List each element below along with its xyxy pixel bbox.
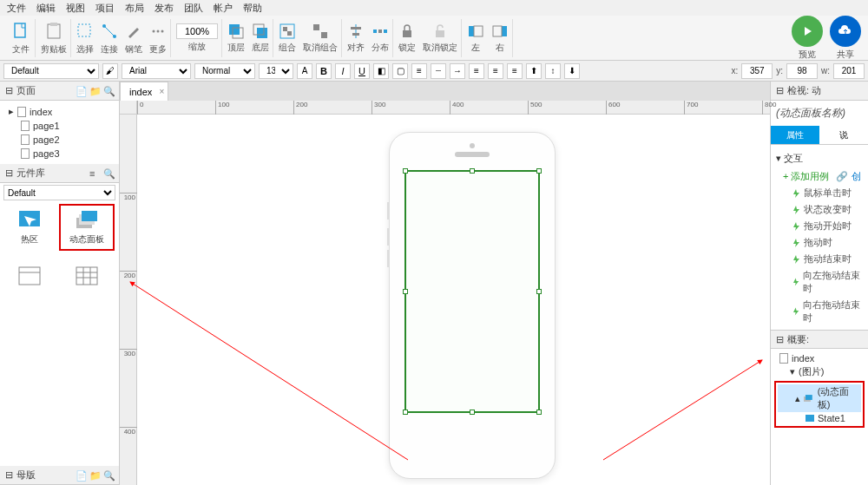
- event-drag-start[interactable]: 拖动开始时: [776, 218, 863, 234]
- valign-mid-btn[interactable]: ↕: [545, 63, 561, 79]
- outline-root[interactable]: index: [773, 352, 866, 364]
- tool-ungroup-btn[interactable]: 取消组合: [303, 23, 338, 54]
- widget-item[interactable]: [2, 252, 57, 299]
- tool-more[interactable]: 更多: [149, 21, 167, 56]
- line-style-btn[interactable]: ┄: [431, 63, 446, 79]
- resize-handle-e[interactable]: [536, 289, 542, 294]
- tool-unlock[interactable]: 取消锁定: [423, 23, 457, 54]
- tool-align[interactable]: 对齐: [347, 23, 365, 54]
- add-case-link[interactable]: + 添加用例: [783, 170, 829, 183]
- dynamic-panel-selection[interactable]: [404, 170, 540, 413]
- menu-account[interactable]: 帐户: [208, 0, 238, 16]
- event-drag[interactable]: 拖动时: [776, 234, 863, 251]
- x-input[interactable]: [741, 63, 773, 79]
- tool-file[interactable]: 文件: [10, 21, 31, 56]
- menu-project[interactable]: 项目: [90, 0, 120, 16]
- tool-share[interactable]: 共享: [830, 16, 861, 61]
- menu-edit[interactable]: 编辑: [31, 0, 61, 16]
- resize-handle-ne[interactable]: [536, 168, 542, 174]
- align-right-btn[interactable]: ≡: [507, 63, 523, 79]
- font-weight-select[interactable]: Normal: [194, 63, 255, 79]
- zoom-input[interactable]: [176, 23, 218, 39]
- resize-handle-se[interactable]: [536, 410, 542, 415]
- event-click[interactable]: 鼠标单击时: [776, 185, 863, 201]
- resize-handle-s[interactable]: [470, 410, 475, 415]
- resize-handle-sw[interactable]: [403, 410, 408, 415]
- widget-dynamic-panel[interactable]: 动态面板: [59, 204, 115, 251]
- master-search-icon[interactable]: 🔍: [103, 470, 114, 481]
- font-size-select[interactable]: 13: [259, 63, 293, 79]
- bold-btn[interactable]: B: [316, 63, 332, 79]
- tool-zoom[interactable]: 缩放: [176, 23, 218, 53]
- font-family-select[interactable]: Arial: [122, 63, 191, 79]
- y-input[interactable]: [786, 63, 818, 79]
- page-item-index[interactable]: ▸index: [2, 104, 117, 119]
- create-link[interactable]: 🔗 创: [836, 170, 860, 183]
- tool-pane-left[interactable]: 左: [467, 23, 484, 54]
- event-drag-end[interactable]: 拖动结束时: [776, 251, 863, 267]
- tool-preview[interactable]: 预览: [792, 16, 823, 61]
- widget-hotspot[interactable]: 热区: [2, 204, 57, 251]
- border-btn[interactable]: ▢: [392, 63, 408, 79]
- widget-item[interactable]: [59, 252, 115, 299]
- close-icon[interactable]: ×: [159, 87, 164, 96]
- master-folder-icon[interactable]: 📁: [89, 470, 100, 481]
- resize-handle-w[interactable]: [403, 289, 408, 294]
- svg-rect-12: [257, 28, 267, 38]
- tool-pen[interactable]: 钢笔: [125, 21, 142, 56]
- outline-image[interactable]: ▾(图片): [773, 364, 866, 379]
- arrow-btn[interactable]: →: [450, 63, 465, 79]
- line-width-btn[interactable]: ≡: [411, 63, 427, 79]
- tool-select[interactable]: 选择: [76, 21, 94, 56]
- menu-publish[interactable]: 发布: [149, 0, 179, 16]
- ruler-horizontal[interactable]: 0 100 200 300 400 500 600 700 800: [137, 101, 770, 115]
- outline-dynamic-panel[interactable]: ▴ (动态面板): [778, 384, 861, 412]
- page-item-page3[interactable]: page3: [2, 147, 117, 161]
- page-item-page2[interactable]: page2: [2, 133, 117, 147]
- widget-library-select[interactable]: Default: [3, 185, 115, 200]
- add-folder-icon[interactable]: 📁: [89, 86, 100, 96]
- underline-btn[interactable]: U: [354, 63, 370, 79]
- canvas[interactable]: [137, 115, 770, 485]
- menu-file[interactable]: 文件: [2, 0, 31, 16]
- tool-group-btn[interactable]: 组合: [279, 23, 296, 54]
- tool-pane-right[interactable]: 右: [491, 23, 509, 54]
- style-paint-icon[interactable]: 🖌: [102, 63, 118, 79]
- w-input[interactable]: [833, 63, 865, 79]
- tab-properties[interactable]: 属性: [771, 126, 819, 145]
- tool-back[interactable]: 底层: [252, 23, 269, 54]
- event-swipe-right-end[interactable]: 向右拖动结束时: [776, 297, 863, 326]
- menu-layout[interactable]: 布局: [120, 0, 149, 16]
- menu-view[interactable]: 视图: [61, 0, 90, 16]
- event-swipe-left-end[interactable]: 向左拖动结束时: [776, 267, 863, 297]
- add-master-icon[interactable]: 📄: [76, 470, 86, 481]
- menu-team[interactable]: 团队: [179, 0, 208, 16]
- svg-rect-16: [287, 31, 292, 36]
- fill-color-btn[interactable]: ◧: [373, 63, 389, 79]
- tab-notes[interactable]: 说: [819, 126, 868, 145]
- tool-connect[interactable]: 连接: [101, 21, 118, 56]
- italic-btn[interactable]: I: [335, 63, 351, 79]
- valign-top-btn[interactable]: ⬆: [526, 63, 542, 79]
- resize-handle-nw[interactable]: [403, 168, 408, 174]
- resize-handle-n[interactable]: [470, 168, 475, 174]
- tool-clipboard[interactable]: 剪贴板: [41, 21, 67, 56]
- page-item-page1[interactable]: page1: [2, 119, 117, 133]
- tool-distribute[interactable]: 分布: [372, 23, 389, 54]
- lib-menu-icon[interactable]: ≡: [89, 168, 100, 179]
- tool-lock[interactable]: 锁定: [398, 23, 416, 54]
- canvas-tab-index[interactable]: index×: [120, 82, 168, 101]
- font-color-btn[interactable]: A: [297, 63, 312, 79]
- outline-state1[interactable]: State1: [778, 412, 861, 424]
- align-center-btn[interactable]: ≡: [488, 63, 503, 79]
- lib-search-icon[interactable]: 🔍: [103, 168, 114, 179]
- menu-help[interactable]: 帮助: [238, 0, 267, 16]
- search-icon[interactable]: 🔍: [103, 86, 114, 96]
- ruler-vertical[interactable]: 100 200 300 400 500: [120, 115, 137, 485]
- align-left-btn[interactable]: ≡: [469, 63, 484, 79]
- add-page-icon[interactable]: 📄: [76, 86, 86, 96]
- valign-bot-btn[interactable]: ⬇: [564, 63, 580, 79]
- event-state-change[interactable]: 状态改变时: [776, 201, 863, 218]
- tool-front[interactable]: 顶层: [227, 23, 245, 54]
- style-preset-select[interactable]: Default: [3, 63, 99, 79]
